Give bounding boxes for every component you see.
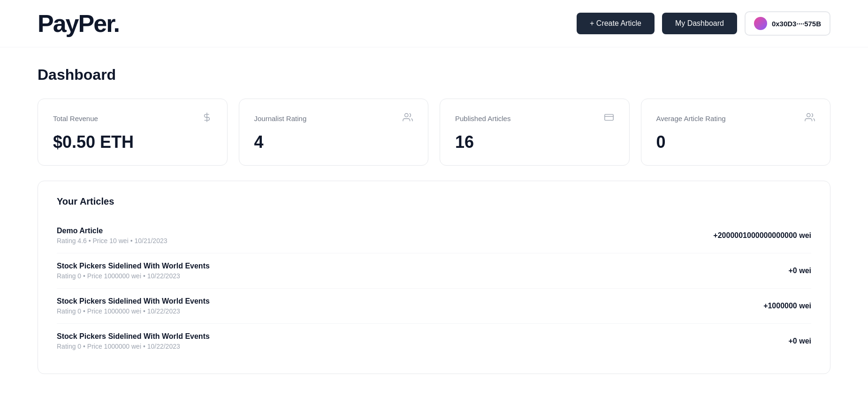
main-content: Dashboard Total Revenue $0.50 ETH Journa…: [0, 47, 868, 393]
article-amount: +2000001000000000000 wei: [713, 231, 811, 240]
articles-section: Your Articles Demo Article Rating 4.6 • …: [38, 181, 830, 374]
stat-card-header: Published Articles: [455, 112, 614, 125]
article-meta: Rating 4.6 • Price 10 wei • 10/21/2023: [57, 237, 168, 245]
article-amount: +0 wei: [789, 337, 811, 345]
stat-card-average-rating: Average Article Rating 0: [641, 99, 831, 166]
article-item: Stock Pickers Sidelined With World Event…: [57, 324, 811, 359]
article-amount: +0 wei: [789, 267, 811, 275]
wallet-avatar-icon: [754, 17, 767, 30]
article-info: Stock Pickers Sidelined With World Event…: [57, 262, 210, 280]
stat-card-total-revenue: Total Revenue $0.50 ETH: [38, 99, 228, 166]
card-icon: [604, 112, 614, 125]
svg-point-4: [807, 114, 810, 117]
create-article-button[interactable]: + Create Article: [577, 13, 655, 34]
stat-label-journalist-rating: Journalist Rating: [254, 115, 307, 122]
article-info: Stock Pickers Sidelined With World Event…: [57, 297, 210, 315]
article-item: Stock Pickers Sidelined With World Event…: [57, 253, 811, 289]
stat-card-header: Average Article Rating: [656, 112, 815, 125]
article-title: Stock Pickers Sidelined With World Event…: [57, 297, 210, 306]
stat-value-journalist-rating: 4: [254, 132, 413, 152]
article-item: Demo Article Rating 4.6 • Price 10 wei •…: [57, 218, 811, 253]
article-title: Demo Article: [57, 227, 168, 235]
article-title: Stock Pickers Sidelined With World Event…: [57, 262, 210, 270]
logo: PayPer.: [38, 11, 119, 36]
stat-card-header: Total Revenue: [53, 112, 212, 125]
svg-rect-2: [604, 115, 613, 121]
articles-section-title: Your Articles: [57, 196, 811, 207]
stat-value-total-revenue: $0.50 ETH: [53, 132, 212, 152]
article-amount: +1000000 wei: [763, 302, 811, 310]
wallet-badge[interactable]: 0x30D3····575B: [745, 11, 830, 36]
header: PayPer. + Create Article My Dashboard 0x…: [0, 0, 868, 47]
stats-grid: Total Revenue $0.50 ETH Journalist Ratin…: [38, 99, 830, 166]
svg-point-1: [405, 114, 408, 117]
wallet-address: 0x30D3····575B: [772, 20, 821, 28]
header-actions: + Create Article My Dashboard 0x30D3····…: [577, 11, 830, 36]
articles-list: Demo Article Rating 4.6 • Price 10 wei •…: [57, 218, 811, 359]
stat-card-published-articles: Published Articles 16: [440, 99, 630, 166]
page-title: Dashboard: [38, 66, 830, 84]
stat-label-average-rating: Average Article Rating: [656, 115, 726, 122]
article-info: Stock Pickers Sidelined With World Event…: [57, 332, 210, 350]
stat-label-total-revenue: Total Revenue: [53, 115, 98, 122]
article-meta: Rating 0 • Price 1000000 wei • 10/22/202…: [57, 307, 210, 315]
article-info: Demo Article Rating 4.6 • Price 10 wei •…: [57, 227, 168, 245]
stat-card-header: Journalist Rating: [254, 112, 413, 125]
stat-label-published-articles: Published Articles: [455, 115, 510, 122]
article-item: Stock Pickers Sidelined With World Event…: [57, 289, 811, 324]
stat-card-journalist-rating: Journalist Rating 4: [239, 99, 429, 166]
users-icon: [403, 112, 413, 125]
stat-value-published-articles: 16: [455, 132, 614, 152]
article-meta: Rating 0 • Price 1000000 wei • 10/22/202…: [57, 343, 210, 350]
users-icon-2: [805, 112, 815, 125]
stat-value-average-rating: 0: [656, 132, 815, 152]
dollar-icon: [202, 112, 212, 125]
article-title: Stock Pickers Sidelined With World Event…: [57, 332, 210, 341]
article-meta: Rating 0 • Price 1000000 wei • 10/22/202…: [57, 272, 210, 280]
my-dashboard-button[interactable]: My Dashboard: [662, 13, 737, 34]
